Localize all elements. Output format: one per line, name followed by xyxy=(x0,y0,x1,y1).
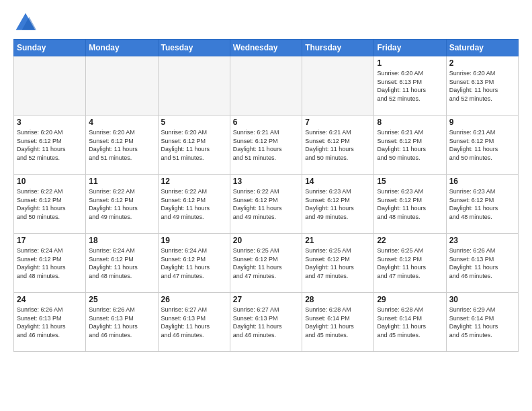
day-cell-27: 27Sunrise: 6:27 AM Sunset: 6:13 PM Dayli… xyxy=(230,293,302,352)
day-cell-23: 23Sunrise: 6:26 AM Sunset: 6:13 PM Dayli… xyxy=(446,234,518,293)
day-cell-1: 1Sunrise: 6:20 AM Sunset: 6:13 PM Daylig… xyxy=(374,56,446,116)
day-cell-20: 20Sunrise: 6:25 AM Sunset: 6:12 PM Dayli… xyxy=(230,234,302,293)
day-info: Sunrise: 6:23 AM Sunset: 6:12 PM Dayligh… xyxy=(377,187,443,221)
empty-cell xyxy=(14,56,86,116)
calendar: SundayMondayTuesdayWednesdayThursdayFrid… xyxy=(13,39,519,352)
day-info: Sunrise: 6:22 AM Sunset: 6:12 PM Dayligh… xyxy=(89,187,154,221)
day-cell-7: 7Sunrise: 6:21 AM Sunset: 6:12 PM Daylig… xyxy=(302,116,374,175)
day-cell-30: 30Sunrise: 6:29 AM Sunset: 6:14 PM Dayli… xyxy=(446,293,518,352)
day-cell-29: 29Sunrise: 6:28 AM Sunset: 6:14 PM Dayli… xyxy=(374,293,446,352)
day-number: 2 xyxy=(449,58,515,68)
day-number: 12 xyxy=(161,177,227,186)
day-cell-11: 11Sunrise: 6:22 AM Sunset: 6:12 PM Dayli… xyxy=(86,175,158,234)
day-cell-2: 2Sunrise: 6:20 AM Sunset: 6:13 PM Daylig… xyxy=(446,56,518,116)
day-info: Sunrise: 6:26 AM Sunset: 6:13 PM Dayligh… xyxy=(89,306,154,339)
empty-cell xyxy=(230,56,302,116)
page: SundayMondayTuesdayWednesdayThursdayFrid… xyxy=(0,0,532,411)
day-number: 30 xyxy=(449,295,515,304)
day-cell-15: 15Sunrise: 6:23 AM Sunset: 6:12 PM Dayli… xyxy=(374,175,446,234)
empty-cell xyxy=(302,56,374,116)
day-cell-9: 9Sunrise: 6:21 AM Sunset: 6:12 PM Daylig… xyxy=(446,116,518,175)
day-number: 13 xyxy=(233,177,299,186)
day-info: Sunrise: 6:29 AM Sunset: 6:14 PM Dayligh… xyxy=(449,306,515,339)
day-info: Sunrise: 6:24 AM Sunset: 6:12 PM Dayligh… xyxy=(161,246,227,280)
weekday-header-friday: Friday xyxy=(374,40,446,56)
day-number: 15 xyxy=(377,177,443,186)
day-number: 25 xyxy=(89,295,154,304)
day-cell-18: 18Sunrise: 6:24 AM Sunset: 6:12 PM Dayli… xyxy=(86,234,158,293)
day-cell-12: 12Sunrise: 6:22 AM Sunset: 6:12 PM Dayli… xyxy=(158,175,230,234)
day-number: 1 xyxy=(377,58,443,68)
day-number: 14 xyxy=(305,177,371,186)
day-number: 17 xyxy=(17,236,83,245)
day-number: 21 xyxy=(305,236,371,245)
day-number: 22 xyxy=(377,236,443,245)
day-cell-3: 3Sunrise: 6:20 AM Sunset: 6:12 PM Daylig… xyxy=(14,116,86,175)
day-info: Sunrise: 6:27 AM Sunset: 6:13 PM Dayligh… xyxy=(233,306,299,339)
weekday-header-row: SundayMondayTuesdayWednesdayThursdayFrid… xyxy=(14,40,519,56)
day-cell-17: 17Sunrise: 6:24 AM Sunset: 6:12 PM Dayli… xyxy=(14,234,86,293)
header xyxy=(13,11,519,35)
day-info: Sunrise: 6:25 AM Sunset: 6:12 PM Dayligh… xyxy=(233,246,299,280)
logo xyxy=(13,11,40,35)
day-info: Sunrise: 6:25 AM Sunset: 6:12 PM Dayligh… xyxy=(305,246,371,280)
day-cell-5: 5Sunrise: 6:20 AM Sunset: 6:12 PM Daylig… xyxy=(158,116,230,175)
day-cell-4: 4Sunrise: 6:20 AM Sunset: 6:12 PM Daylig… xyxy=(86,116,158,175)
empty-cell xyxy=(158,56,230,116)
week-row-4: 17Sunrise: 6:24 AM Sunset: 6:12 PM Dayli… xyxy=(14,234,519,293)
day-cell-25: 25Sunrise: 6:26 AM Sunset: 6:13 PM Dayli… xyxy=(86,293,158,352)
day-info: Sunrise: 6:26 AM Sunset: 6:13 PM Dayligh… xyxy=(449,246,515,280)
day-info: Sunrise: 6:21 AM Sunset: 6:12 PM Dayligh… xyxy=(449,128,515,162)
day-number: 8 xyxy=(377,118,443,127)
day-cell-14: 14Sunrise: 6:23 AM Sunset: 6:12 PM Dayli… xyxy=(302,175,374,234)
day-number: 18 xyxy=(89,236,154,245)
day-info: Sunrise: 6:25 AM Sunset: 6:12 PM Dayligh… xyxy=(377,246,443,280)
day-number: 26 xyxy=(161,295,227,304)
day-cell-16: 16Sunrise: 6:23 AM Sunset: 6:12 PM Dayli… xyxy=(446,175,518,234)
weekday-header-tuesday: Tuesday xyxy=(158,40,230,56)
day-number: 16 xyxy=(449,177,515,186)
day-number: 7 xyxy=(305,118,371,127)
day-number: 27 xyxy=(233,295,299,304)
day-info: Sunrise: 6:20 AM Sunset: 6:13 PM Dayligh… xyxy=(377,69,443,103)
week-row-2: 3Sunrise: 6:20 AM Sunset: 6:12 PM Daylig… xyxy=(14,116,519,175)
day-info: Sunrise: 6:22 AM Sunset: 6:12 PM Dayligh… xyxy=(233,187,299,221)
empty-cell xyxy=(86,56,158,116)
day-info: Sunrise: 6:21 AM Sunset: 6:12 PM Dayligh… xyxy=(305,128,371,162)
day-number: 9 xyxy=(449,118,515,127)
day-cell-22: 22Sunrise: 6:25 AM Sunset: 6:12 PM Dayli… xyxy=(374,234,446,293)
day-number: 28 xyxy=(305,295,371,304)
day-info: Sunrise: 6:28 AM Sunset: 6:14 PM Dayligh… xyxy=(377,306,443,339)
week-row-3: 10Sunrise: 6:22 AM Sunset: 6:12 PM Dayli… xyxy=(14,175,519,234)
day-info: Sunrise: 6:21 AM Sunset: 6:12 PM Dayligh… xyxy=(233,128,299,162)
day-cell-13: 13Sunrise: 6:22 AM Sunset: 6:12 PM Dayli… xyxy=(230,175,302,234)
weekday-header-thursday: Thursday xyxy=(302,40,374,56)
logo-icon xyxy=(13,11,38,35)
day-cell-10: 10Sunrise: 6:22 AM Sunset: 6:12 PM Dayli… xyxy=(14,175,86,234)
day-cell-24: 24Sunrise: 6:26 AM Sunset: 6:13 PM Dayli… xyxy=(14,293,86,352)
day-number: 24 xyxy=(17,295,83,304)
day-info: Sunrise: 6:24 AM Sunset: 6:12 PM Dayligh… xyxy=(17,246,83,280)
day-info: Sunrise: 6:21 AM Sunset: 6:12 PM Dayligh… xyxy=(377,128,443,162)
day-info: Sunrise: 6:20 AM Sunset: 6:12 PM Dayligh… xyxy=(161,128,227,162)
day-cell-8: 8Sunrise: 6:21 AM Sunset: 6:12 PM Daylig… xyxy=(374,116,446,175)
day-info: Sunrise: 6:27 AM Sunset: 6:13 PM Dayligh… xyxy=(161,306,227,339)
day-info: Sunrise: 6:24 AM Sunset: 6:12 PM Dayligh… xyxy=(89,246,154,280)
day-number: 5 xyxy=(161,118,227,127)
day-info: Sunrise: 6:20 AM Sunset: 6:13 PM Dayligh… xyxy=(449,69,515,103)
day-info: Sunrise: 6:23 AM Sunset: 6:12 PM Dayligh… xyxy=(449,187,515,221)
weekday-header-saturday: Saturday xyxy=(446,40,518,56)
day-number: 19 xyxy=(161,236,227,245)
weekday-header-monday: Monday xyxy=(86,40,158,56)
day-number: 6 xyxy=(233,118,299,127)
day-number: 4 xyxy=(89,118,154,127)
weekday-header-sunday: Sunday xyxy=(14,40,86,56)
day-info: Sunrise: 6:20 AM Sunset: 6:12 PM Dayligh… xyxy=(89,128,154,162)
day-cell-26: 26Sunrise: 6:27 AM Sunset: 6:13 PM Dayli… xyxy=(158,293,230,352)
day-info: Sunrise: 6:28 AM Sunset: 6:14 PM Dayligh… xyxy=(305,306,371,339)
day-cell-28: 28Sunrise: 6:28 AM Sunset: 6:14 PM Dayli… xyxy=(302,293,374,352)
day-info: Sunrise: 6:23 AM Sunset: 6:12 PM Dayligh… xyxy=(305,187,371,221)
day-cell-6: 6Sunrise: 6:21 AM Sunset: 6:12 PM Daylig… xyxy=(230,116,302,175)
weekday-header-wednesday: Wednesday xyxy=(230,40,302,56)
day-number: 23 xyxy=(449,236,515,245)
